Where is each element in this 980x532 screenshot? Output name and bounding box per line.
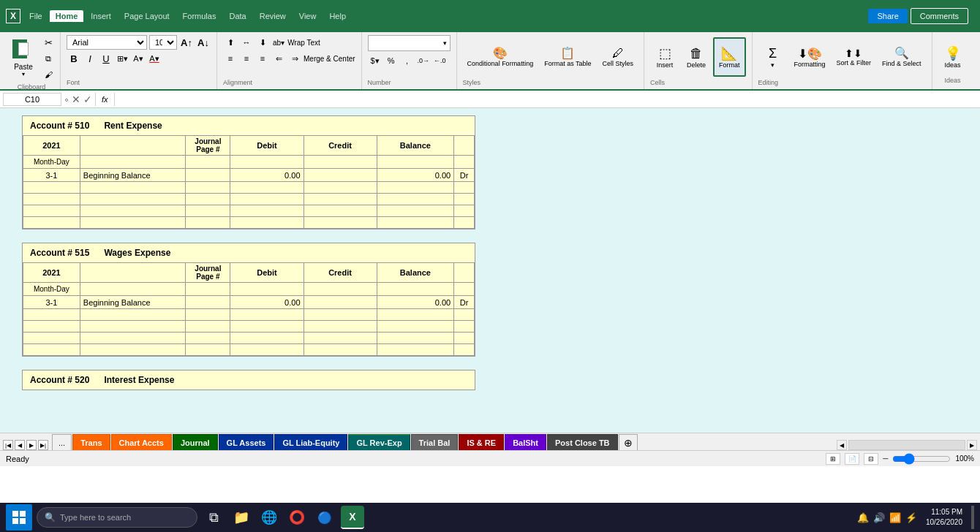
add-sheet-button[interactable]: ⊕ xyxy=(619,434,638,450)
taskbar-chrome[interactable]: ⭕ xyxy=(285,506,309,529)
menu-file[interactable]: File xyxy=(23,10,48,22)
show-desktop-button[interactable] xyxy=(971,506,974,529)
font-grow-button[interactable]: A↑ xyxy=(179,35,194,50)
zoom-level: ─ xyxy=(883,455,888,463)
zoom-percentage: 100% xyxy=(955,455,974,463)
orientation-button[interactable]: ab▾ xyxy=(271,35,286,50)
comments-button[interactable]: Comments xyxy=(911,8,968,24)
tab-nav-left-left[interactable]: |◀ xyxy=(3,440,13,450)
wrap-text-button[interactable]: Wrap Text xyxy=(287,35,320,50)
align-center-button[interactable]: ≡ xyxy=(239,51,254,66)
align-right-button[interactable]: ≡ xyxy=(255,51,270,66)
borders-button[interactable]: ⊞▾ xyxy=(115,51,129,66)
format-cells-button[interactable]: 📐 Format xyxy=(713,37,746,77)
ideas-group-label: Ideas xyxy=(945,77,961,84)
font-color-button[interactable]: A▾ xyxy=(147,51,162,66)
decrease-decimal-button[interactable]: .0→ xyxy=(416,53,431,68)
clipboard-label: Clipboard xyxy=(18,83,46,91)
autosum-button[interactable]: Σ ▾ xyxy=(758,37,788,77)
account-510-label: Account # 510 Rent Expense xyxy=(30,121,162,131)
font-size-select[interactable]: 10 xyxy=(149,35,177,50)
taskbar-edge[interactable]: 🌐 xyxy=(257,506,281,529)
font-shrink-button[interactable]: A↓ xyxy=(196,35,211,50)
taskbar-search[interactable]: 🔍 Type here to search xyxy=(37,507,197,528)
sort-filter-button[interactable]: ⬆⬇ Sort & Filter xyxy=(832,37,876,77)
horizontal-scroll-right[interactable]: ▶ xyxy=(967,440,977,450)
menu-insert[interactable]: Insert xyxy=(85,10,117,22)
conditional-formatting-button[interactable]: 🎨 Conditional Formatting xyxy=(463,37,538,77)
task-view-button[interactable]: ⧉ xyxy=(202,506,225,529)
align-top-button[interactable]: ⬆ xyxy=(223,35,238,50)
share-button[interactable]: Share xyxy=(868,9,907,23)
font-group-label: Font xyxy=(67,79,211,86)
copy-button[interactable]: ⧉ xyxy=(41,51,56,66)
page-layout-view-button[interactable]: 📄 xyxy=(845,453,859,465)
currency-button[interactable]: $▾ xyxy=(368,53,382,68)
tab-nav-right[interactable]: ▶ xyxy=(26,440,37,450)
taskbar-edge2[interactable]: 🔵 xyxy=(313,506,336,529)
normal-view-button[interactable]: ⊞ xyxy=(826,453,840,465)
tab-gl-liab-equity[interactable]: GL Liab-Equity xyxy=(274,434,347,450)
insert-cells-button[interactable]: ⬚ Insert xyxy=(650,37,679,77)
cells-group-label: Cells xyxy=(650,79,746,86)
tab-trial-bal[interactable]: Trial Bal xyxy=(411,434,459,450)
insert-function-button[interactable]: fx xyxy=(102,95,108,104)
taskbar-excel[interactable]: X xyxy=(341,506,364,529)
align-left-button[interactable]: ≡ xyxy=(223,51,238,66)
horizontal-scrollbar[interactable] xyxy=(848,440,965,450)
find-select-button[interactable]: 🔍 Find & Select xyxy=(878,37,926,77)
taskbar-file-explorer[interactable]: 📁 xyxy=(230,506,253,529)
underline-button[interactable]: U xyxy=(99,51,113,66)
percent-button[interactable]: % xyxy=(384,53,399,68)
increase-indent-button[interactable]: ⇒ xyxy=(287,51,302,66)
fill-button[interactable]: ⬇🎨 Formatting xyxy=(790,37,830,77)
align-middle-button[interactable]: ↔ xyxy=(239,35,254,50)
menu-data[interactable]: Data xyxy=(223,10,252,22)
tab-ellipsis[interactable]: ... xyxy=(52,434,72,450)
cancel-formula-button[interactable]: ✕ xyxy=(72,94,80,105)
tab-gl-rev-exp[interactable]: GL Rev-Exp xyxy=(348,434,410,450)
decrease-indent-button[interactable]: ⇐ xyxy=(271,51,286,66)
paste-button[interactable]: Paste ▾ xyxy=(7,35,39,82)
tab-bal-sht[interactable]: BalSht xyxy=(505,434,546,450)
delete-cells-button[interactable]: 🗑 Delete xyxy=(682,37,711,77)
tab-nav-left[interactable]: ◀ xyxy=(15,440,25,450)
number-format-dropdown[interactable]: ▾ xyxy=(368,35,451,51)
menu-home[interactable]: Home xyxy=(50,10,84,22)
fill-color-button[interactable]: A▾ xyxy=(131,51,146,66)
start-button[interactable] xyxy=(6,504,32,531)
tab-chart-accts[interactable]: Chart Accts xyxy=(111,434,172,450)
italic-button[interactable]: I xyxy=(83,51,97,66)
ideas-button[interactable]: 💡 Ideas xyxy=(938,37,968,77)
cell-reference-box[interactable]: C10 xyxy=(3,93,61,106)
account-515-card: Account # 515 Wages Expense 2021 Journal… xyxy=(22,243,475,357)
horizontal-scroll-left[interactable]: ◀ xyxy=(837,440,847,450)
merge-center-button[interactable]: Merge & Center xyxy=(304,51,355,66)
align-bottom-button[interactable]: ⬇ xyxy=(255,35,270,50)
tab-nav-right-right[interactable]: ▶| xyxy=(38,440,48,450)
menu-view[interactable]: View xyxy=(293,10,323,22)
increase-decimal-button[interactable]: ←.0 xyxy=(432,53,448,68)
tab-journal[interactable]: Journal xyxy=(173,434,218,450)
tab-is-re[interactable]: IS & RE xyxy=(459,434,504,450)
cell-styles-button[interactable]: 🖊 Cell Styles xyxy=(598,37,638,77)
name-manager-button[interactable]: ⬦ xyxy=(64,95,69,103)
account-510-card: Account # 510 Rent Expense 2021 JournalP… xyxy=(22,115,475,229)
menu-formulas[interactable]: Formulas xyxy=(177,10,222,22)
bold-button[interactable]: B xyxy=(67,51,81,66)
tab-trans[interactable]: Trans xyxy=(72,434,110,450)
page-break-view-button[interactable]: ⊟ xyxy=(864,453,878,465)
confirm-formula-button[interactable]: ✓ xyxy=(83,94,92,105)
cut-button[interactable]: ✂ xyxy=(41,35,56,50)
menu-help[interactable]: Help xyxy=(323,10,352,22)
tab-post-close-tb[interactable]: Post Close TB xyxy=(547,434,618,450)
font-name-select[interactable]: Arial xyxy=(67,35,147,50)
format-as-table-button[interactable]: 📋 Format as Table xyxy=(540,37,595,77)
format-painter-button[interactable]: 🖌 xyxy=(41,67,56,82)
menu-page-layout[interactable]: Page Layout xyxy=(118,10,176,22)
comma-button[interactable]: , xyxy=(400,53,415,68)
menu-review[interactable]: Review xyxy=(254,10,292,22)
zoom-slider[interactable] xyxy=(892,455,951,463)
tab-gl-assets[interactable]: GL Assets xyxy=(219,434,274,450)
formula-input[interactable] xyxy=(118,93,977,106)
